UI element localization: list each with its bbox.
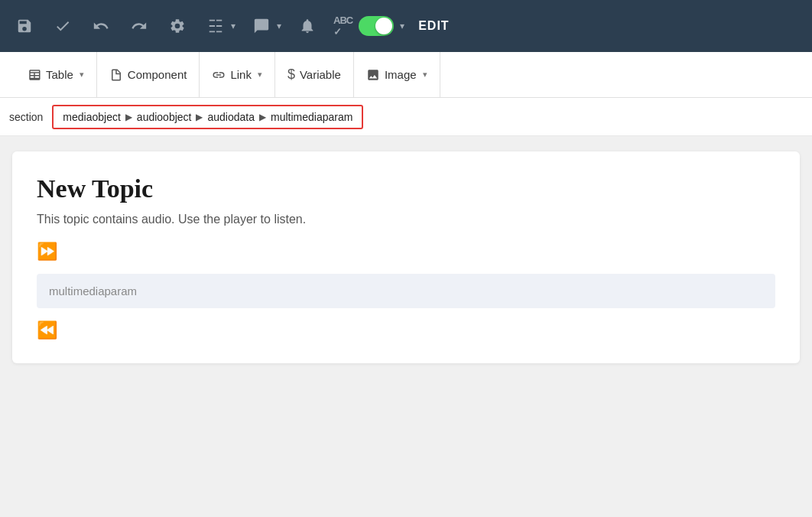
link-label: Link bbox=[230, 68, 252, 81]
component-icon bbox=[109, 67, 123, 82]
secondary-toolbar: Table ▾ Component Link ▾ $ Variable Imag… bbox=[0, 52, 812, 98]
spell-check-toggle[interactable]: ABC✓ ▾ bbox=[333, 15, 404, 37]
multimedia-box: multimediaparam bbox=[37, 274, 775, 308]
breadcrumb-path[interactable]: mediaobject ▶ audioobject ▶ audiodata ▶ … bbox=[52, 105, 363, 129]
image-chevron: ▾ bbox=[423, 70, 427, 80]
settings-icon[interactable] bbox=[165, 14, 190, 38]
breadcrumb-section: section bbox=[9, 111, 43, 123]
breadcrumb-arrow-3: ▶ bbox=[259, 112, 266, 122]
toggle-chevron: ▾ bbox=[400, 21, 404, 31]
component-button[interactable]: Component bbox=[97, 52, 200, 97]
layout-icon bbox=[203, 14, 228, 38]
table-label: Table bbox=[46, 68, 73, 81]
link-chevron: ▾ bbox=[258, 70, 262, 80]
table-button[interactable]: Table ▾ bbox=[15, 52, 97, 97]
bell-icon[interactable] bbox=[295, 14, 320, 38]
component-label: Component bbox=[128, 68, 187, 81]
play-forward-button[interactable]: ⏩ bbox=[37, 242, 775, 262]
topic-subtitle: This topic contains audio. Use the playe… bbox=[37, 213, 775, 226]
save-icon[interactable] bbox=[12, 14, 37, 38]
play-backward-button[interactable]: ⏪ bbox=[37, 320, 775, 340]
comment-button[interactable]: ▾ bbox=[249, 14, 281, 38]
table-icon bbox=[28, 67, 41, 82]
edit-button[interactable]: EDIT bbox=[418, 19, 449, 33]
variable-button[interactable]: $ Variable bbox=[275, 52, 354, 97]
image-button[interactable]: Image ▾ bbox=[354, 52, 440, 97]
content-area: New Topic This topic contains audio. Use… bbox=[0, 136, 812, 517]
image-label: Image bbox=[385, 68, 417, 81]
layout-chevron: ▾ bbox=[231, 21, 235, 31]
breadcrumb-item-audiodata[interactable]: audiodata bbox=[207, 111, 255, 123]
variable-label: Variable bbox=[300, 68, 341, 81]
breadcrumb-item-audioobject[interactable]: audioobject bbox=[137, 111, 192, 123]
content-card: New Topic This topic contains audio. Use… bbox=[12, 151, 800, 363]
breadcrumb-item-mediaobject[interactable]: mediaobject bbox=[63, 111, 121, 123]
link-icon bbox=[212, 67, 226, 82]
breadcrumb-arrow-2: ▶ bbox=[196, 112, 203, 122]
comment-icon bbox=[249, 14, 274, 38]
top-toolbar: ▾ ▾ ABC✓ ▾ EDIT bbox=[0, 0, 812, 52]
comment-chevron: ▾ bbox=[277, 21, 281, 31]
variable-icon: $ bbox=[287, 67, 295, 83]
breadcrumb-arrow-1: ▶ bbox=[125, 112, 132, 122]
image-icon bbox=[366, 67, 380, 82]
layout-button[interactable]: ▾ bbox=[203, 14, 235, 38]
undo-icon[interactable] bbox=[89, 14, 113, 38]
multimedia-label: multimediaparam bbox=[49, 285, 137, 298]
breadcrumb-bar: section mediaobject ▶ audioobject ▶ audi… bbox=[0, 98, 812, 136]
check-icon[interactable] bbox=[50, 14, 75, 38]
abc-icon: ABC✓ bbox=[333, 15, 352, 37]
toggle-knob bbox=[375, 18, 392, 34]
toggle-switch[interactable] bbox=[359, 16, 394, 36]
table-chevron: ▾ bbox=[80, 70, 84, 80]
redo-icon[interactable] bbox=[127, 14, 151, 38]
breadcrumb-item-multimediaparam[interactable]: multimediaparam bbox=[271, 111, 352, 123]
link-button[interactable]: Link ▾ bbox=[200, 52, 275, 97]
topic-title: New Topic bbox=[37, 174, 775, 203]
